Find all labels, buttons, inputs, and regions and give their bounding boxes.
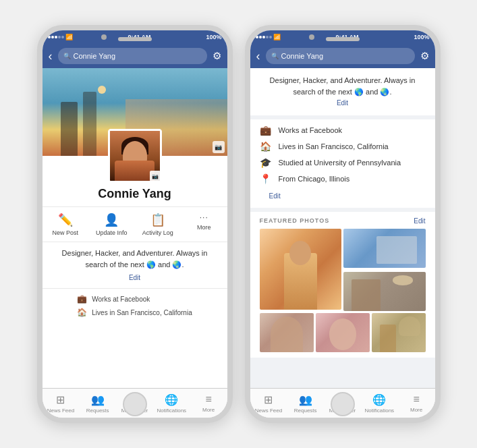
- nav-notifications-right[interactable]: 🌐 Notifications: [361, 393, 398, 414]
- phone-speaker-left: [118, 37, 152, 41]
- detail-info-edu: 🎓 Studied at University of Pennsylvania: [260, 157, 426, 168]
- photo-2: [343, 229, 426, 268]
- search-bar-left[interactable]: 🔍 Connie Yang: [58, 48, 207, 64]
- battery-right: 100%: [414, 34, 429, 40]
- photo-main-right-top[interactable]: [343, 229, 426, 268]
- newsfeed-icon-right: ⊞: [264, 393, 273, 406]
- profile-area-left: 📷 Connie Yang ✏️ New Post 👤 Update Info …: [43, 156, 227, 328]
- phone-home-button-right[interactable]: [331, 392, 355, 416]
- status-left-right: 📶: [256, 34, 281, 40]
- photo-1: [260, 229, 342, 310]
- info-row-0: 💼 Works at Facebook: [77, 294, 192, 304]
- photo-6: [372, 313, 426, 352]
- detail-work-text: Works at Facebook: [279, 126, 343, 134]
- new-post-button[interactable]: ✏️ New Post: [43, 207, 89, 242]
- nav-requests-left[interactable]: 👥 Requests: [79, 393, 116, 414]
- nav-notifications-left[interactable]: 🌐 Notifications: [153, 393, 190, 414]
- notifications-label-left: Notifications: [157, 408, 187, 414]
- requests-icon-right: 👥: [299, 393, 312, 406]
- back-button-left[interactable]: ‹: [47, 49, 55, 63]
- featured-edit[interactable]: Edit: [414, 217, 425, 225]
- action-row-left: ✏️ New Post 👤 Update Info 📋 Activity Log…: [43, 206, 227, 242]
- nav-requests-right[interactable]: 👥 Requests: [287, 393, 324, 414]
- phone-screen-left: 📶 9:41 AM 100% ‹ 🔍 Connie Yang ⚙: [43, 30, 227, 418]
- home-text-left: Lives in San Francisco, California: [92, 309, 192, 316]
- photos-bottom-row: [260, 313, 426, 352]
- more-nav-label-right: More: [410, 407, 422, 413]
- featured-photos-section: FEATURED PHOTOS Edit: [250, 212, 435, 358]
- phone-home-button-left[interactable]: [123, 392, 147, 416]
- right-phone: 📶 9:41 AM 100% ‹ 🔍 Connie Yang ⚙ Designe…: [245, 25, 441, 423]
- wifi-icon-right: 📶: [273, 34, 281, 40]
- detail-info-from: 📍 From Chicago, Illinois: [260, 173, 426, 184]
- bio-edit-left[interactable]: Edit: [53, 273, 217, 283]
- profile-avatar-wrap-left: 📷: [108, 129, 162, 183]
- photo-5: [316, 313, 370, 352]
- gear-button-right[interactable]: ⚙: [418, 50, 431, 62]
- new-post-label: New Post: [52, 229, 78, 236]
- detail-info-home: 🏠 Lives in San Francisco, California: [260, 141, 426, 152]
- search-icon-right: 🔍: [271, 53, 279, 59]
- newsfeed-label-left: News Feed: [47, 408, 74, 414]
- photo-main-left[interactable]: [260, 229, 342, 310]
- photo-main-right-bottom[interactable]: [343, 272, 426, 311]
- phone-speaker-right: [326, 37, 360, 41]
- more-nav-label-left: More: [202, 407, 215, 413]
- nav-newsfeed-right[interactable]: ⊞ News Feed: [250, 393, 287, 414]
- photo-small-3[interactable]: [372, 313, 426, 352]
- nav-more-left[interactable]: ≡ More: [190, 393, 227, 413]
- main-scene: 📶 9:41 AM 100% ‹ 🔍 Connie Yang ⚙: [37, 25, 441, 423]
- search-bar-right[interactable]: 🔍 Connie Yang: [266, 48, 415, 64]
- update-info-button[interactable]: 👤 Update Info: [88, 207, 135, 242]
- battery-left: 100%: [206, 34, 221, 40]
- back-button-right[interactable]: ‹: [254, 49, 262, 63]
- search-text-left: Connie Yang: [74, 52, 116, 60]
- search-icon-left: 🔍: [63, 53, 71, 59]
- detail-from-icon: 📍: [260, 173, 272, 184]
- info-row-1: 🏠 Lives in San Francisco, California: [77, 308, 192, 317]
- more-button[interactable]: ··· More: [181, 207, 227, 242]
- gear-button-left[interactable]: ⚙: [211, 50, 223, 62]
- update-info-icon: 👤: [104, 213, 119, 227]
- requests-label-left: Requests: [86, 408, 109, 414]
- nav-more-right[interactable]: ≡ More: [398, 393, 435, 413]
- newsfeed-icon-left: ⊞: [56, 393, 65, 406]
- phone-camera-right: [309, 34, 314, 40]
- notifications-icon-left: 🌐: [165, 393, 178, 406]
- notifications-icon-right: 🌐: [372, 393, 386, 406]
- photo-4: [260, 313, 314, 352]
- more-nav-icon-right: ≡: [413, 393, 419, 405]
- nav-newsfeed-left[interactable]: ⊞ News Feed: [43, 393, 80, 414]
- photo-small-2[interactable]: [316, 313, 370, 352]
- detail-work-icon: 💼: [260, 125, 272, 136]
- update-info-label: Update Info: [96, 229, 128, 236]
- detail-home-icon: 🏠: [260, 141, 272, 152]
- detail-bio-edit[interactable]: Edit: [337, 99, 348, 107]
- activity-log-icon: 📋: [150, 213, 165, 227]
- status-left-left: 📶: [48, 34, 73, 40]
- signal-dots-right: [256, 36, 272, 38]
- featured-header: FEATURED PHOTOS Edit: [260, 217, 426, 225]
- phone-camera-left: [101, 34, 107, 40]
- detail-info-work: 💼 Works at Facebook: [260, 125, 426, 136]
- bio-text-left: Designer, Hacker, and Adventurer. Always…: [62, 249, 208, 269]
- newsfeed-label-right: News Feed: [255, 408, 282, 414]
- activity-log-button[interactable]: 📋 Activity Log: [135, 207, 181, 242]
- cover-camera-button-left[interactable]: 📷: [213, 141, 225, 153]
- detail-bio-card: Designer, Hacker, and Adventurer. Always…: [250, 68, 435, 115]
- nav-bar-right: ‹ 🔍 Connie Yang ⚙: [250, 44, 435, 68]
- signal-dots: [48, 36, 64, 38]
- detail-edu-text: Studied at University of Pennsylvania: [279, 159, 401, 167]
- detail-info-edit[interactable]: Edit: [260, 190, 426, 202]
- requests-label-right: Requests: [294, 408, 317, 414]
- detail-bio-text: Designer, Hacker, and Adventurer. Always…: [270, 76, 416, 96]
- wifi-icon-left: 📶: [65, 34, 73, 40]
- phone-screen-right: 📶 9:41 AM 100% ‹ 🔍 Connie Yang ⚙ Designe…: [250, 30, 435, 418]
- home-icon-left: 🏠: [77, 308, 86, 317]
- photos-grid: [260, 229, 426, 311]
- detail-scroll[interactable]: Designer, Hacker, and Adventurer. Always…: [250, 68, 435, 388]
- photo-3: [343, 272, 426, 311]
- more-nav-icon-left: ≡: [205, 393, 211, 405]
- avatar-camera-button-left[interactable]: 📷: [150, 171, 161, 181]
- photo-small-1[interactable]: [260, 313, 314, 352]
